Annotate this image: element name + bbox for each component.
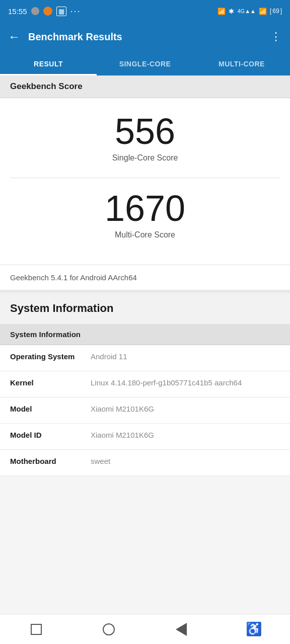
back-button[interactable]: ← [8,30,20,44]
info-row-model: Model Xiaomi M2101K6G [0,397,290,424]
info-key-model-id: Model ID [10,431,91,439]
info-value-kernel: Linux 4.14.180-perf-g1b05771c41b5 aarch6… [91,378,280,387]
tab-multi-core[interactable]: MULTI-CORE [193,54,290,75]
info-key-motherboard: Motherboard [10,457,91,465]
system-info-table: Operating System Android 11 Kernel Linux… [0,345,290,476]
more-dots-icon: ··· [70,6,81,17]
tab-result[interactable]: RESULT [0,54,97,75]
battery-icon: [69] [270,8,282,15]
single-core-label: Single-Core Score [112,153,178,163]
tab-single-core[interactable]: SINGLE-CORE [97,54,193,75]
recent-apps-button[interactable] [29,622,44,637]
info-row-motherboard: Motherboard sweet [0,450,290,476]
info-value-model: Xiaomi M2101K6G [91,405,280,413]
page-title: Benchmark Results [28,31,270,43]
square-icon [31,624,42,635]
calendar-icon: ▦ [56,7,66,16]
geekbench-score-header: Geekbench Score [0,75,290,98]
multi-core-label: Multi-Core Score [115,230,175,239]
info-row-kernel: Kernel Linux 4.14.180-perf-g1b05771c41b5… [0,371,290,397]
system-info-group-header: System Information [0,324,290,345]
status-right: 📶 ✱ 4G▲▲ 📶 [69] [218,8,282,15]
info-key-model: Model [10,405,91,413]
person-icon: ♿ [246,621,262,637]
app-bar: ← Benchmark Results ⋮ [0,22,290,51]
single-core-score: 556 [115,113,175,149]
version-info: Geekbench 5.4.1 for Android AArch64 [0,265,290,293]
info-key-kernel: Kernel [10,378,91,387]
info-row-model-id: Model ID Xiaomi M2101K6G [0,424,290,450]
settings-icon [31,7,39,15]
spacer [0,476,290,614]
signal-icon: 4G▲▲ [237,8,255,14]
back-nav-button[interactable] [174,622,189,637]
home-button[interactable] [101,622,116,637]
status-bar: 15:55 ▦ ··· 📶 ✱ 4G▲▲ 📶 [69] [0,0,290,22]
info-value-os: Android 11 [91,352,280,361]
info-value-model-id: Xiaomi M2101K6G [91,431,280,439]
score-section: 556 Single-Core Score 1670 Multi-Core Sc… [0,98,290,265]
info-row-os: Operating System Android 11 [0,345,290,371]
tabs-bar: RESULT SINGLE-CORE MULTI-CORE [0,51,290,75]
info-key-os: Operating System [10,352,91,361]
time: 15:55 [8,7,27,16]
info-value-motherboard: sweet [91,457,280,465]
nav-bar: ♿ [0,614,290,644]
more-options-button[interactable]: ⋮ [270,30,282,43]
wifi-icon: 📶 [218,8,226,15]
signal-bars: 📶 [259,8,267,15]
status-left: 15:55 ▦ ··· [8,6,81,17]
multi-core-score: 1670 [105,190,185,226]
circle-icon [103,623,115,635]
score-divider [10,178,280,178]
system-info-title: System Information [0,293,290,324]
triangle-icon [176,623,187,636]
notification-icon [43,7,52,16]
accessibility-button[interactable]: ♿ [246,622,261,637]
bluetooth-icon: ✱ [229,8,234,15]
